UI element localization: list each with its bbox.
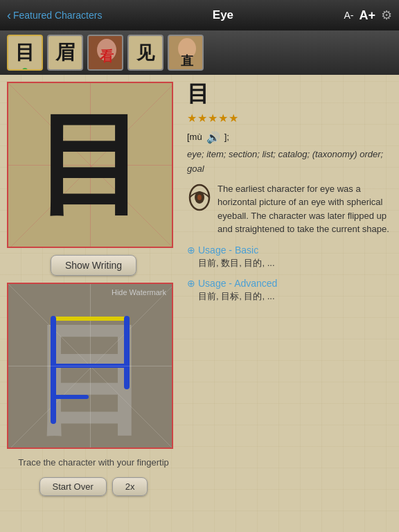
show-writing-button[interactable]: Show Writing: [51, 255, 136, 276]
usage-advanced-examples: 目前, 目标, 目的, ...: [187, 290, 392, 303]
thumb-see[interactable]: 见: [127, 35, 163, 71]
font-decrease-button[interactable]: A-: [344, 10, 353, 21]
thumbnail-strip: 目 眉 看 见 直: [0, 30, 399, 75]
svg-text:目: 目: [30, 313, 151, 442]
speed-button[interactable]: 2x: [112, 477, 148, 496]
thumb-char-label: 眉: [55, 39, 75, 66]
thumb-straight[interactable]: 直: [168, 35, 204, 71]
usage-basic-examples: 目前, 数目, 目的, ...: [187, 257, 392, 269]
show-writing-area: Show Writing: [7, 255, 180, 276]
trace-buttons: Start Over 2x: [7, 477, 180, 496]
sound-button[interactable]: 🔊: [205, 131, 222, 144]
settings-icon[interactable]: ⚙: [381, 8, 392, 23]
usage-advanced-header[interactable]: ⊕ Usage - Advanced: [187, 278, 392, 289]
svg-point-18: [197, 195, 202, 200]
back-button[interactable]: ‹ Featured Characters: [7, 9, 102, 21]
star-rating: ★★★★★: [187, 112, 392, 125]
eye-history-icon: [187, 184, 212, 218]
trace-strokes: 目: [24, 290, 156, 442]
trace-strokes-svg: 目: [24, 290, 156, 442]
start-over-button[interactable]: Start Over: [39, 477, 107, 496]
nav-bar: ‹ Featured Characters Eye A- A+ ⚙: [0, 0, 399, 30]
pinyin-end: ];: [224, 130, 229, 145]
svg-text:直: 直: [181, 54, 194, 68]
back-label: Featured Characters: [13, 10, 102, 21]
definition-text: eye; item; section; list; catalog; (taxo…: [187, 148, 392, 177]
left-panel: 目 Show Writing Hide Watermark 目: [7, 82, 180, 525]
nav-right-controls: A- A+ ⚙: [344, 8, 392, 23]
font-increase-button[interactable]: A+: [359, 8, 375, 23]
usage-basic-section: ⊕ Usage - Basic 目前, 数目, 目的, ...: [187, 245, 392, 269]
main-content: 目 Show Writing Hide Watermark 目: [0, 75, 399, 532]
sound-icon: 🔊: [206, 132, 220, 143]
pinyin-open: [mù: [187, 130, 202, 145]
usage-advanced-expand-icon: ⊕: [187, 278, 195, 289]
trace-box[interactable]: Hide Watermark 目: [7, 283, 173, 449]
usage-basic-expand-icon: ⊕: [187, 245, 195, 256]
thumb-look[interactable]: 看: [87, 35, 123, 71]
character-description: The earliest character for eye was a hor…: [218, 182, 392, 236]
thumb-char-label: 目: [15, 39, 35, 66]
usage-advanced-label: Usage - Advanced: [198, 278, 277, 289]
description-box: The earliest character for eye was a hor…: [187, 182, 392, 236]
page-title: Eye: [213, 8, 233, 22]
back-chevron-icon: ‹: [7, 9, 11, 21]
character-display: 目: [35, 109, 145, 220]
watermark-label[interactable]: Hide Watermark: [112, 288, 166, 296]
usage-advanced-section: ⊕ Usage - Advanced 目前, 目标, 目的, ...: [187, 278, 392, 303]
writing-box: 目: [7, 82, 173, 248]
character-heading: 目: [187, 82, 392, 106]
svg-text:看: 看: [99, 48, 114, 64]
trace-instructions: Trace the character with your fingertip: [7, 457, 180, 468]
thumb-char-label: 见: [136, 41, 154, 65]
pronunciation-line: [mù 🔊 ]; eye; item; section; list; catal…: [187, 130, 392, 176]
usage-basic-header[interactable]: ⊕ Usage - Basic: [187, 245, 392, 256]
thumb-photo-icon: 看: [89, 35, 122, 71]
thumb-photo2-icon: 直: [169, 35, 202, 71]
thumb-eye[interactable]: 目: [7, 35, 43, 71]
right-panel: 目 ★★★★★ [mù 🔊 ]; eye; item; section; lis…: [187, 82, 392, 525]
usage-basic-label: Usage - Basic: [198, 245, 258, 256]
thumb-eyebrow[interactable]: 眉: [47, 35, 83, 71]
